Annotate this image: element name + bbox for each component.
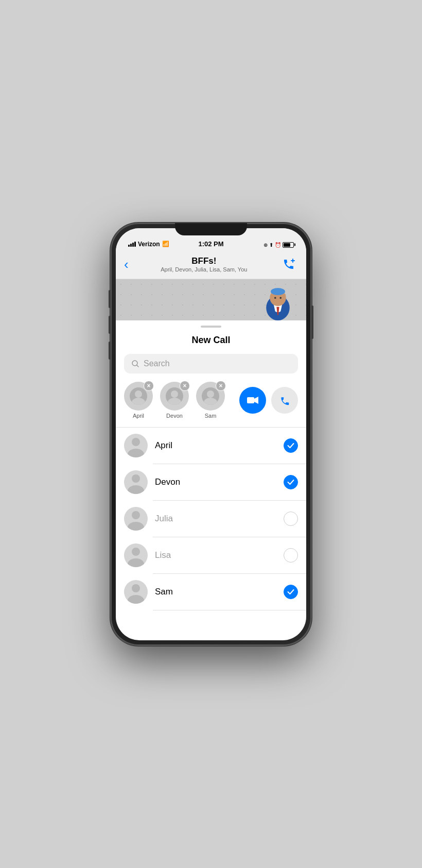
call-actions xyxy=(239,387,298,414)
april-remove-badge[interactable]: × xyxy=(144,381,154,391)
battery-fill xyxy=(284,243,290,247)
search-icon xyxy=(131,360,139,368)
devon-checkmark-icon xyxy=(287,479,294,485)
alarm-icon: ⏰ xyxy=(275,242,281,248)
april-selected-name: April xyxy=(133,413,144,419)
sam-avatar xyxy=(124,580,148,604)
lisa-check[interactable] xyxy=(284,548,298,563)
header-center: BFFs! April, Devon, Julia, Lisa, Sam, Yo… xyxy=(133,256,275,273)
svg-point-6 xyxy=(280,297,282,299)
sheet-handle[interactable] xyxy=(201,326,221,328)
contact-row-julia[interactable]: Julia xyxy=(116,501,306,537)
contact-row-lisa[interactable]: Lisa xyxy=(116,537,306,573)
selected-contact-april[interactable]: × April xyxy=(124,382,153,419)
devon-avatar xyxy=(124,470,148,494)
audio-call-button[interactable] xyxy=(271,387,298,414)
add-call-button[interactable] xyxy=(279,255,298,274)
sam-avatar-icon xyxy=(202,387,219,405)
devon-name: Devon xyxy=(155,477,276,487)
svg-point-4 xyxy=(271,288,285,295)
new-call-sheet: New Call Search × April xyxy=(116,320,306,610)
status-icons: ⊕ ⬆ ⏰ xyxy=(263,242,294,248)
lisa-avatar xyxy=(124,543,148,567)
notch xyxy=(175,223,247,235)
julia-avatar xyxy=(124,507,148,531)
devon-selected-name: Devon xyxy=(166,413,183,419)
signal-bars xyxy=(128,242,136,247)
sam-name: Sam xyxy=(155,587,276,597)
april-name: April xyxy=(155,440,276,451)
april-avatar-icon xyxy=(130,387,147,405)
search-bar[interactable]: Search xyxy=(124,354,298,373)
svg-line-9 xyxy=(137,365,138,367)
sam-remove-badge[interactable]: × xyxy=(216,381,226,391)
chat-character xyxy=(260,284,296,320)
chat-background xyxy=(116,279,306,320)
add-call-icon xyxy=(283,258,295,270)
back-button[interactable]: ‹ xyxy=(124,258,129,271)
direction-icon: ⬆ xyxy=(269,242,273,248)
carrier-name: Verizon xyxy=(138,241,160,248)
selected-contact-devon[interactable]: × Devon xyxy=(160,382,189,419)
julia-name: Julia xyxy=(155,514,276,524)
group-members: April, Devon, Julia, Lisa, Sam, You xyxy=(133,266,275,273)
sam-checkmark-icon xyxy=(287,589,294,595)
selected-contacts-row: × April × Devon × xyxy=(116,382,306,427)
phone-icon xyxy=(279,395,290,405)
selected-contacts-list: × April × Devon × xyxy=(124,382,235,419)
svg-point-5 xyxy=(274,297,276,299)
battery-indicator xyxy=(283,242,294,248)
contact-row-devon[interactable]: Devon xyxy=(116,464,306,500)
julia-check[interactable] xyxy=(284,512,298,526)
phone-screen: Verizon 📶 1:02 PM ⊕ ⬆ ⏰ ‹ BFFs! April, D… xyxy=(116,228,306,640)
divider-5 xyxy=(153,610,306,610)
devon-avatar-icon xyxy=(166,387,183,405)
sam-check[interactable] xyxy=(284,585,298,599)
contact-row-april[interactable]: April xyxy=(116,428,306,464)
sheet-title: New Call xyxy=(116,335,306,346)
phone-frame: Verizon 📶 1:02 PM ⊕ ⬆ ⏰ ‹ BFFs! April, D… xyxy=(111,223,311,645)
svg-rect-10 xyxy=(247,397,254,403)
video-call-button[interactable] xyxy=(239,387,266,414)
location-icon: ⊕ xyxy=(263,242,268,248)
contact-row-sam[interactable]: Sam xyxy=(116,574,306,610)
april-checkmark-icon xyxy=(287,442,294,449)
devon-check[interactable] xyxy=(284,475,298,489)
search-placeholder: Search xyxy=(144,359,170,368)
video-icon xyxy=(247,396,258,404)
status-time: 1:02 PM xyxy=(198,240,223,248)
lisa-name: Lisa xyxy=(155,550,276,560)
sam-selected-avatar: × xyxy=(196,382,225,411)
april-avatar xyxy=(124,434,148,457)
selected-contact-sam[interactable]: × Sam xyxy=(196,382,225,419)
devon-selected-avatar: × xyxy=(160,382,189,411)
chat-header: ‹ BFFs! April, Devon, Julia, Lisa, Sam, … xyxy=(116,251,306,279)
sam-selected-name: Sam xyxy=(205,413,217,419)
april-selected-avatar: × xyxy=(124,382,153,411)
april-check[interactable] xyxy=(284,438,298,453)
wifi-icon: 📶 xyxy=(162,241,169,247)
group-name: BFFs! xyxy=(133,256,275,266)
devon-remove-badge[interactable]: × xyxy=(180,381,190,391)
carrier-signal: Verizon 📶 xyxy=(128,241,169,248)
